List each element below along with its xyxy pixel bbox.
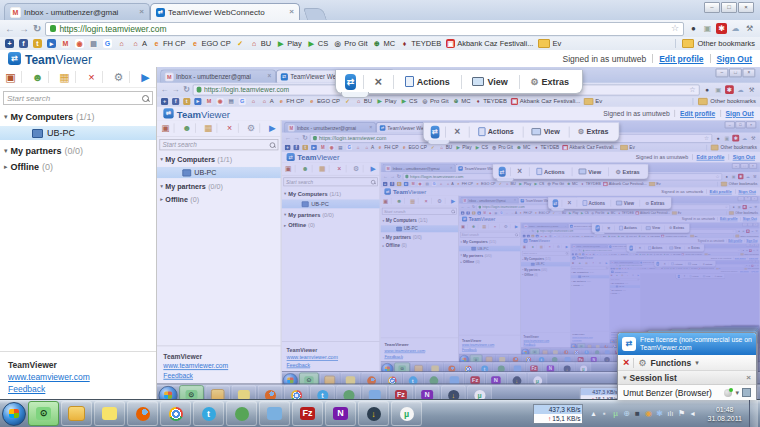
delete-icon[interactable]: × [216,123,235,133]
add-contact-icon[interactable]: ☻ [173,123,192,133]
session-close-button[interactable]: × [682,275,687,278]
search-input[interactable]: Start search [382,208,457,215]
bookmark-ego-cp[interactable]: eEGO CP [581,235,594,238]
footer-feedback-link[interactable]: Feedback [572,339,592,342]
bookmark-akbank[interactable]: ▣Akbank Caz Festivali... [511,98,580,105]
functions-dropdown-icon[interactable]: ▾ [695,359,699,367]
search-input[interactable]: Start search [571,266,608,269]
bookmark-ev[interactable]: Ev [672,211,681,215]
bookmark-docs[interactable]: ▤ [228,98,235,105]
reload-icon[interactable]: ↻ [579,249,581,251]
minimize-button[interactable]: – [742,223,747,226]
session-close-button[interactable]: × [604,226,614,231]
bookmark-google[interactable]: G [239,98,246,105]
bookmark-blue-app[interactable]: ▸ [404,182,408,186]
settings-icon[interactable]: ⚙ [499,224,509,229]
tab-close-icon[interactable]: × [289,8,294,16]
group-offline[interactable]: ▸ Offline (0) [0,158,156,174]
forward-icon[interactable]: → [19,24,29,34]
footer-feedback-link[interactable]: Feedback [287,361,338,369]
connect-icon[interactable]: ▶ [510,224,520,229]
user-dropdown-icon[interactable]: ▾ [735,389,739,397]
delete-icon[interactable]: × [75,71,99,83]
group-offline[interactable]: ▸ Offline (0) [282,220,380,230]
session-close-button[interactable]: × [512,167,528,175]
extras-button[interactable]: ⚙ Extras [700,262,714,264]
bookmark-bu[interactable]: ⌂BU [558,211,566,215]
bookmark-plus[interactable]: + [285,145,291,151]
tab-close-icon[interactable]: × [268,73,272,79]
extension-badge-icon[interactable]: ▣ [737,205,741,209]
bookmark-fh-cp[interactable]: eFH CP [519,211,532,215]
bookmark-star-icon[interactable]: ☆ [742,265,744,267]
bookmark-mc[interactable]: ⊕MC [516,145,530,151]
bookmark-home-a[interactable]: ⌂A [261,98,274,105]
back-icon[interactable]: ← [285,135,291,141]
extension-cloud-icon[interactable]: ☁ [741,135,748,142]
bookmark-akbank[interactable]: ▣Akbank Caz Festivali... [446,39,533,48]
bookmark-home[interactable]: ⌂ [117,39,126,48]
reload-icon[interactable]: ↻ [183,86,190,94]
add-group-icon[interactable]: ▦ [536,245,544,249]
add-computer-icon[interactable]: ▣ [4,71,18,83]
bookmark-teydeb[interactable]: ♦TEYDEB [400,39,441,48]
group-my-partners[interactable]: ▾ My partners (0/0) [157,180,281,193]
session-close-button[interactable]: × [447,127,467,137]
end-session-button[interactable]: × [623,357,629,368]
add-group-icon[interactable]: ▦ [619,274,624,276]
computer-item-ub-pc[interactable]: UB-PC [282,199,380,208]
footer-feedback-link[interactable]: Feedback [524,343,550,347]
bookmark-browser[interactable]: ◉ [217,98,224,105]
back-icon[interactable]: ← [611,265,613,267]
forward-icon[interactable]: → [172,86,180,94]
add-contact-icon[interactable]: ☻ [575,261,581,264]
group-my-partners[interactable]: ▾ My partners (0/0) [282,210,380,220]
add-contact-icon[interactable]: ☻ [294,165,309,173]
connect-icon[interactable]: ▶ [445,198,457,204]
session-teamviewer-icon[interactable]: ⇄ [431,125,440,138]
footer-feedback-link[interactable]: Feedback [462,348,494,353]
connect-icon[interactable]: ▶ [129,71,153,83]
bookmark-browser[interactable]: ◉ [329,145,335,151]
add-computer-icon[interactable]: ▣ [284,165,293,173]
group-my-computers[interactable]: ▾ My Computers (1/1) [380,216,458,224]
bookmark-akbank[interactable]: ▣Akbank Caz Festivali... [661,235,688,238]
view-button[interactable]: View [525,128,567,136]
group-offline[interactable]: ▸ Offline (0) [459,258,521,264]
bookmark-v[interactable]: ✓ [430,145,436,151]
computer-item-ub-pc[interactable]: UB-PC [380,225,458,232]
bookmark-home[interactable]: ⌂ [505,211,509,215]
bookmark-ev[interactable]: Ev [690,235,697,238]
group-offline[interactable]: ▸ Offline (0) [521,272,570,277]
sign-out-link[interactable]: Sign Out [717,54,752,64]
view-button[interactable]: View [573,168,607,174]
edit-profile-link[interactable]: Edit profile [659,54,703,64]
tray-utorrent-icon[interactable]: µ [611,409,619,419]
bookmark-google[interactable]: G [432,182,436,186]
back-icon[interactable]: ← [5,24,15,34]
bookmark-home-a[interactable]: ⌂A [511,211,517,215]
add-computer-icon[interactable]: ▣ [460,224,466,229]
group-my-computers[interactable]: ▾ My Computers (1/1) [459,239,521,245]
minimize-button[interactable]: – [716,69,729,78]
sign-out-link[interactable]: Sign Out [726,109,754,117]
tray-globe-icon[interactable]: ⊕ [622,409,630,419]
bookmark-twitter[interactable]: t [183,98,190,105]
taskbar-chrome[interactable] [160,401,191,426]
bookmark-pro-git[interactable]: ◎Pro Git [333,39,367,48]
session-teamviewer-icon[interactable]: ⇄ [678,275,680,278]
bookmark-twitter[interactable]: t [472,211,476,215]
footer-website-link[interactable]: www.teamviewer.com [8,371,90,383]
bookmark-ev[interactable]: Ev [621,145,635,151]
bookmark-blue-app[interactable]: ▸ [47,39,56,48]
back-icon[interactable]: ← [461,205,465,209]
back-icon[interactable]: ← [523,230,526,233]
back-icon[interactable]: ← [161,86,169,94]
computer-item-ub-pc[interactable]: UB-PC [521,262,570,266]
view-button[interactable]: View [612,201,639,206]
bookmark-v[interactable]: ✓ [236,39,245,48]
taskbar-sticky-notes[interactable] [94,401,125,426]
extension-red-icon[interactable]: ✱ [725,85,734,94]
bookmark-star-icon[interactable]: ☆ [738,249,740,251]
bookmark-google[interactable]: G [103,39,112,48]
